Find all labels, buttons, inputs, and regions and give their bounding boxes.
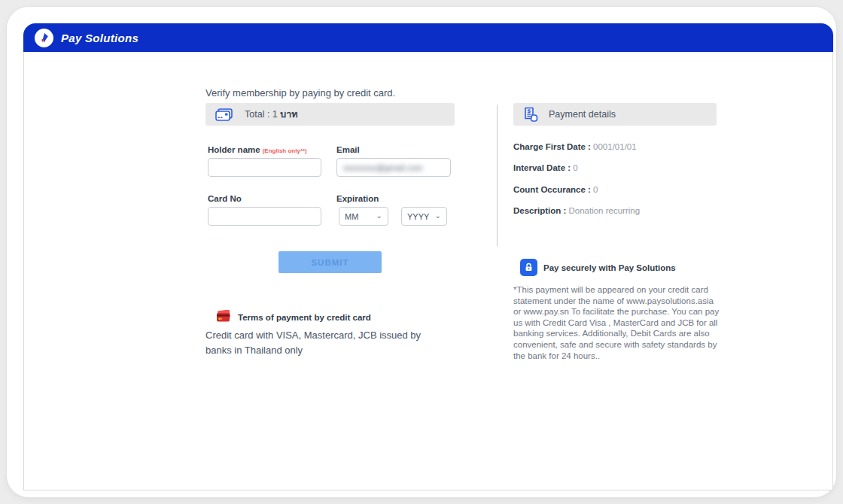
- app-header: Pay Solutions: [23, 23, 833, 52]
- secure-note: *This payment will be appeared on your c…: [513, 284, 721, 361]
- count-occurance-label: Count Occurance :: [513, 185, 593, 194]
- total-bar: Total : 1 บาท: [205, 103, 455, 126]
- terms-body: Credit card with VISA, Mastercard, JCB i…: [205, 328, 435, 358]
- total-currency: บาท: [280, 109, 297, 120]
- chevron-down-icon: ⌄: [435, 212, 441, 220]
- expiration-label: Expiration: [336, 194, 379, 203]
- holder-name-note: (English only**): [263, 147, 307, 154]
- payment-details-bar: $ Payment details: [513, 103, 717, 126]
- charge-first-date-row: Charge First Date : 0001/01/01: [513, 142, 637, 151]
- card-no-label: Card No: [208, 194, 242, 203]
- interval-date-label: Interval Date :: [513, 163, 573, 172]
- brand-name: Pay Solutions: [61, 32, 138, 44]
- email-label: Email: [336, 145, 360, 154]
- interval-date-row: Interval Date : 0: [513, 163, 578, 172]
- interval-date-value: 0: [573, 163, 577, 172]
- page-card: Pay Solutions Verify membership by payin…: [6, 6, 837, 498]
- email-input[interactable]: xxxxxxxx@gmail.com: [336, 158, 451, 177]
- holder-name-input[interactable]: [208, 158, 321, 177]
- chevron-down-icon: ⌄: [376, 212, 382, 220]
- description-value: Donation recurring: [568, 206, 640, 215]
- charge-first-date-label: Charge First Date :: [513, 142, 593, 151]
- total-label: Total : 1: [245, 109, 278, 120]
- column-divider: [497, 105, 498, 246]
- payment-window: Pay Solutions Verify membership by payin…: [23, 23, 833, 490]
- count-occurance-value: 0: [593, 185, 598, 194]
- year-select[interactable]: YYYY ⌄: [401, 207, 447, 226]
- secure-title: Pay securely with Pay Solutions: [543, 263, 676, 272]
- terms-title: Terms of payment by credit card: [238, 313, 371, 322]
- red-credit-card-icon: [216, 310, 232, 323]
- holder-name-label-text: Holder name: [208, 145, 260, 154]
- payment-details-title: Payment details: [549, 109, 616, 120]
- year-value: YYYY: [407, 212, 429, 221]
- month-value: MM: [345, 212, 358, 221]
- credit-card-icon: [215, 108, 233, 121]
- charge-first-date-value: 0001/01/01: [593, 142, 637, 151]
- description-label: Description :: [513, 206, 568, 215]
- lock-icon: [520, 259, 537, 276]
- holder-name-label: Holder name(English only**): [208, 145, 307, 154]
- count-occurance-row: Count Occurance : 0: [513, 185, 598, 194]
- email-value-masked: xxxxxxxx@gmail.com: [343, 163, 422, 172]
- card-no-input[interactable]: [208, 207, 321, 226]
- receipt-icon: $: [523, 106, 538, 123]
- pay-solutions-logo-icon: [35, 29, 53, 47]
- description-row: Description : Donation recurring: [513, 206, 640, 215]
- total-text: Total : 1 บาท: [245, 107, 297, 122]
- submit-button[interactable]: SUBMIT: [278, 251, 382, 273]
- intro-text: Verify membership by paying by credit ca…: [205, 87, 395, 99]
- content-area: Verify membership by paying by credit ca…: [23, 52, 833, 490]
- svg-text:$: $: [528, 108, 531, 114]
- month-select[interactable]: MM ⌄: [339, 207, 388, 226]
